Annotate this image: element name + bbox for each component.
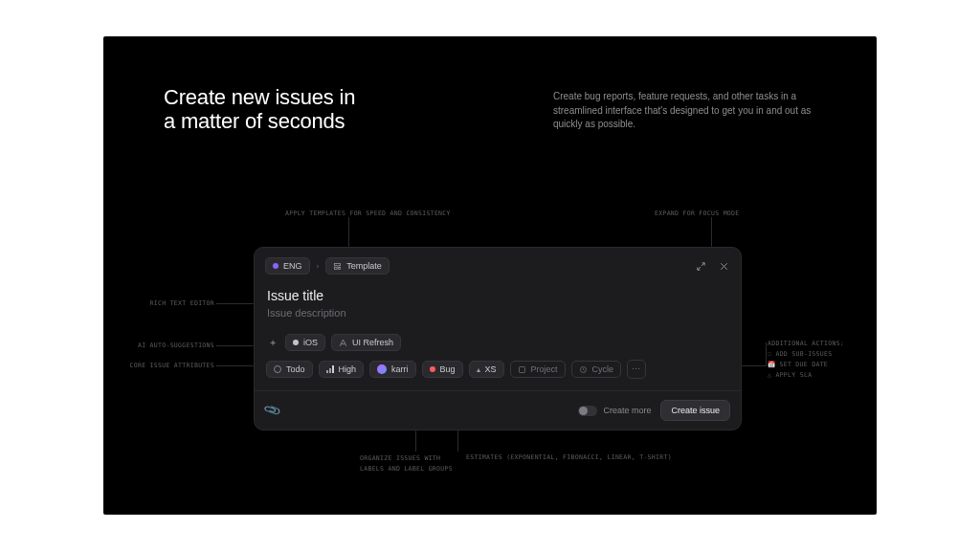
create-issue-modal: ENG › Template Issue title Issue descrip… xyxy=(254,247,742,430)
label-chip[interactable]: Bug xyxy=(422,361,463,378)
anno-additional-item: △ Apply SLA xyxy=(768,370,844,381)
status-icon xyxy=(274,365,281,373)
suggestion-chip-ui-refresh[interactable]: UI Refresh xyxy=(331,334,401,351)
cycle-placeholder: Cycle xyxy=(592,364,614,374)
toggle-switch[interactable] xyxy=(578,406,597,416)
modal-window-actions xyxy=(694,259,730,273)
anno-templates: Apply templates for speed and consistenc… xyxy=(285,209,451,217)
anno-additional-item: 📅 Set due date xyxy=(768,360,844,370)
more-actions-button[interactable]: ⋯ xyxy=(627,360,646,379)
attachment-icon[interactable]: 📎 xyxy=(263,401,282,420)
project-icon xyxy=(339,339,347,347)
assignee-chip[interactable]: karri xyxy=(369,361,416,378)
priority-icon xyxy=(326,365,334,373)
suggestion-label: iOS xyxy=(303,338,318,347)
anno-labels: Organize issues with labels and label gr… xyxy=(360,453,453,474)
create-more-label: Create more xyxy=(603,406,651,415)
anno-estimates: Estimates (exponential, Fibonacci, linea… xyxy=(466,453,672,461)
estimate-label: XS xyxy=(485,364,497,374)
avatar xyxy=(377,364,387,374)
template-chip[interactable]: Template xyxy=(325,257,390,275)
page-stage: Create new issues in a matter of seconds… xyxy=(103,36,877,515)
anno-additional-item: ☐ Add sub-issues xyxy=(768,349,844,360)
ai-suggestion-row: ✦ iOS UI Refresh xyxy=(266,334,730,351)
estimate-icon: ▴ xyxy=(477,365,480,374)
anno-additional: Additional actions: ☐ Add sub-issues 📅 S… xyxy=(768,339,844,381)
svg-rect-1 xyxy=(335,267,338,269)
team-chip[interactable]: ENG xyxy=(265,257,310,275)
issue-description-input[interactable]: Issue description xyxy=(267,307,728,319)
connector xyxy=(766,342,767,366)
hero-headline-line2: a matter of seconds xyxy=(164,109,355,133)
svg-rect-2 xyxy=(339,267,341,269)
suggestion-chip-ios[interactable]: iOS xyxy=(285,334,325,351)
team-color-dot xyxy=(273,263,278,269)
label-color-dot xyxy=(293,340,299,345)
modal-header: ENG › Template xyxy=(265,257,730,275)
anno-core: Core issue attributes xyxy=(124,362,214,369)
close-icon[interactable] xyxy=(717,259,730,273)
issue-title-input[interactable]: Issue title xyxy=(267,288,728,303)
attribute-row: Todo High karri Bug ▴ XS Project xyxy=(266,360,730,379)
team-label: ENG xyxy=(283,261,302,271)
anno-rich-text: Rich text editor xyxy=(124,299,214,307)
breadcrumb-chevron-icon: › xyxy=(316,262,321,271)
anno-ai: AI auto-suggestions xyxy=(124,342,214,349)
expand-icon[interactable] xyxy=(694,259,707,273)
suggestion-label: UI Refresh xyxy=(352,338,393,347)
template-label: Template xyxy=(346,261,382,271)
project-placeholder: Project xyxy=(531,364,558,374)
status-label: Todo xyxy=(286,364,305,374)
modal-footer: 📎 Create more Create issue xyxy=(255,390,741,430)
hero-headline-line1: Create new issues in xyxy=(164,85,355,109)
create-issue-button[interactable]: Create issue xyxy=(660,400,730,421)
anno-additional-title: Additional actions: xyxy=(768,339,844,349)
ai-sparkle-icon[interactable]: ✦ xyxy=(266,336,279,349)
cycle-icon xyxy=(579,365,588,374)
box-icon xyxy=(518,365,526,374)
label-color-dot xyxy=(430,366,435,372)
template-icon xyxy=(333,262,342,271)
svg-rect-0 xyxy=(335,263,341,265)
create-more-toggle[interactable]: Create more xyxy=(578,406,651,416)
label-text: Bug xyxy=(440,364,456,374)
cycle-chip[interactable]: Cycle xyxy=(571,361,622,378)
priority-chip[interactable]: High xyxy=(319,361,365,378)
hero-headline: Create new issues in a matter of seconds xyxy=(164,85,355,134)
project-chip[interactable]: Project xyxy=(510,361,566,378)
priority-label: High xyxy=(339,364,357,374)
svg-rect-3 xyxy=(519,366,524,372)
status-chip[interactable]: Todo xyxy=(266,361,313,378)
anno-expand: Expand for focus mode xyxy=(655,209,739,217)
assignee-label: karri xyxy=(391,364,409,374)
hero-subhead: Create bug reports, feature requests, an… xyxy=(553,90,831,132)
estimate-chip[interactable]: ▴ XS xyxy=(469,361,504,378)
